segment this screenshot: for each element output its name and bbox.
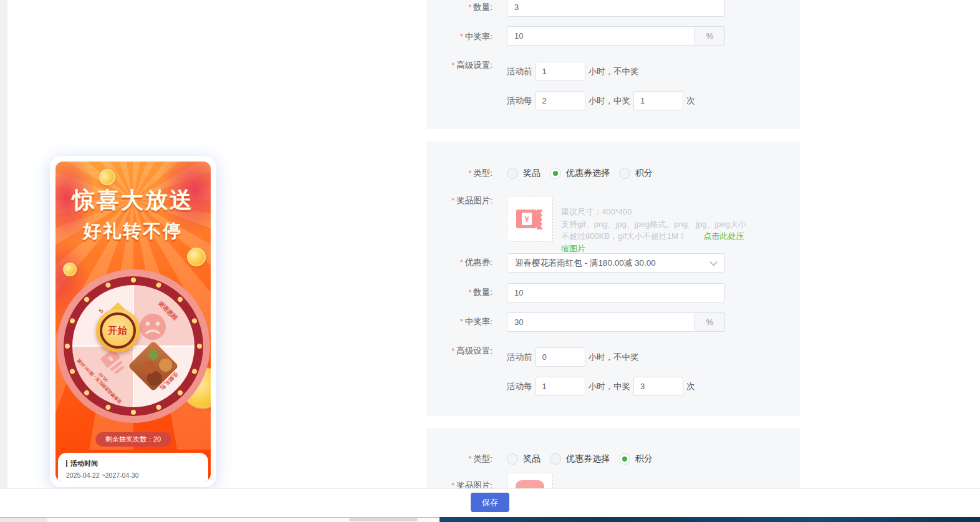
advanced-settings-label: *高级设置:	[426, 346, 492, 356]
prize-section-1: *数量: *中奖率: % *高级设置: 活动前 小时，不中奖 活动每 小时，中奖…	[426, 0, 800, 129]
required-asterisk: *	[452, 347, 455, 355]
quantity-input[interactable]	[507, 283, 725, 302]
type-radio-coupon[interactable]	[550, 168, 561, 179]
bottom-scrollbar-strip	[0, 517, 980, 522]
percent-suffix: %	[694, 312, 725, 332]
prize-image-upload[interactable]: ¥	[507, 196, 553, 242]
scrollbar-corner	[0, 517, 47, 522]
required-asterisk: *	[469, 169, 472, 178]
wheel-light-dot	[131, 278, 136, 283]
type-radio-prize[interactable]	[507, 168, 518, 179]
type-option-label[interactable]: 积分	[635, 168, 653, 179]
horizontal-scrollbar-thumb[interactable]	[349, 518, 418, 521]
win-rate-field: %	[507, 26, 725, 46]
before-suffix-text: 小时，不中奖	[588, 66, 639, 77]
activity-time-value: 2025-04-22 ~2027-04-30	[66, 471, 200, 479]
coupon-select-value: 迎春樱花若雨红包 - 满180.00减 30.00	[515, 258, 656, 269]
advanced-every-row: 活动每 小时，中奖 次	[507, 377, 695, 396]
banner-title-line1: 惊喜大放送	[55, 185, 211, 216]
page-left-gutter	[0, 0, 7, 488]
type-radio-group: 奖品 优惠券选择 积分	[507, 453, 662, 465]
activity-banner: 惊喜大放送 好礼转不停	[55, 162, 211, 481]
activity-time-card: 活动时间 2025-04-22 ~2027-04-30	[58, 453, 208, 481]
every-mid-text: 小时，中奖	[588, 381, 631, 392]
type-label: *类型:	[426, 168, 492, 178]
advanced-before-row: 活动前 小时，不中奖	[507, 62, 639, 81]
type-label: *类型:	[426, 454, 492, 464]
chevron-down-icon	[709, 258, 718, 266]
percent-suffix: %	[694, 26, 725, 46]
prize-image-label: *奖品图片:	[426, 196, 492, 206]
advanced-every-row: 活动每 小时，中奖 次	[507, 91, 695, 110]
type-option-label[interactable]: 奖品	[523, 168, 540, 179]
banner-title-line2: 好礼转不停	[55, 219, 211, 244]
coupon-ticket-icon: ¥	[515, 206, 545, 232]
before-hours-input[interactable]	[536, 347, 585, 367]
required-asterisk: *	[460, 258, 463, 267]
times-suffix-text: 次	[686, 381, 695, 392]
required-asterisk: *	[452, 61, 455, 70]
required-asterisk: *	[469, 455, 472, 463]
advanced-before-row: 活动前 小时，不中奖	[507, 347, 639, 367]
times-suffix-text: 次	[686, 95, 695, 107]
win-times-input[interactable]	[633, 377, 683, 396]
win-times-input[interactable]	[633, 91, 683, 110]
sad-face-icon	[138, 312, 167, 341]
required-asterisk: *	[469, 3, 472, 12]
save-button[interactable]: 保存	[471, 493, 509, 512]
required-asterisk: *	[460, 32, 463, 41]
upload-hint-size: 建议尺寸：400*400	[561, 206, 747, 218]
wheel-light-dot	[131, 410, 136, 415]
quantity-label: *数量:	[426, 288, 492, 297]
type-radio-coupon[interactable]	[550, 453, 561, 465]
every-prefix-text: 活动每	[507, 381, 532, 392]
type-option-label[interactable]: 优惠券选择	[566, 453, 610, 465]
coupon-select[interactable]: 迎春樱花若雨红包 - 满180.00减 30.00	[507, 253, 725, 273]
every-hours-input[interactable]	[536, 91, 585, 110]
win-rate-label: *中奖率:	[426, 317, 492, 327]
save-footer-bar: 保存	[0, 488, 980, 517]
type-radio-points[interactable]	[619, 168, 630, 179]
before-prefix-text: 活动前	[507, 352, 532, 363]
start-button[interactable]: 开始	[96, 309, 140, 352]
type-radio-prize[interactable]	[507, 453, 518, 465]
before-hours-input[interactable]	[536, 62, 585, 81]
type-option-label[interactable]: 优惠券选择	[566, 168, 610, 179]
required-asterisk: *	[460, 317, 463, 326]
prize-section-2: *类型: 奖品 优惠券选择 积分 *奖品图片: ¥ 建议尺寸：400*400 支…	[426, 142, 800, 416]
remaining-draws-badge: 剩余抽奖次数：20	[95, 432, 171, 447]
activity-time-label: 活动时间	[66, 460, 200, 467]
required-asterisk: *	[469, 288, 472, 297]
advanced-settings-label: *高级设置:	[426, 60, 492, 70]
desktop-background-strip	[440, 517, 980, 522]
gold-coin-icon	[187, 248, 206, 266]
every-prefix-text: 活动每	[507, 95, 532, 107]
coupon-label: *优惠券:	[426, 258, 492, 268]
svg-text:¥: ¥	[524, 215, 529, 224]
win-rate-input[interactable]	[507, 26, 694, 46]
activity-phone-preview: 惊喜大放送 好礼转不停	[50, 156, 216, 487]
every-mid-text: 小时，中奖	[588, 95, 631, 107]
every-hours-input[interactable]	[536, 377, 585, 396]
before-prefix-text: 活动前	[507, 66, 532, 77]
wheel-light-dot	[197, 344, 202, 349]
win-rate-label: *中奖率:	[426, 32, 492, 42]
start-button-label: 开始	[108, 325, 128, 337]
upload-hint: 建议尺寸：400*400 支持gif、png、jpg、jpeg格式。png、jp…	[561, 206, 747, 254]
prize-wheel: ♥ ¥ 5 谢谢惠顾 迎春樱花若雨红包 - 满180.00减 30.	[57, 269, 210, 423]
required-asterisk: *	[452, 196, 455, 205]
type-radio-group: 奖品 优惠券选择 积分	[507, 168, 662, 179]
before-suffix-text: 小时，不中奖	[588, 352, 639, 363]
win-rate-field: %	[507, 312, 725, 332]
win-rate-input[interactable]	[507, 312, 694, 332]
quantity-label: *数量:	[426, 2, 492, 12]
type-option-label[interactable]: 奖品	[523, 453, 540, 465]
type-option-label[interactable]: 积分	[635, 453, 653, 465]
type-radio-points[interactable]	[619, 453, 630, 465]
quantity-input[interactable]	[507, 0, 725, 17]
horizontal-scrollbar-track[interactable]	[47, 517, 440, 522]
wheel-light-dot	[65, 344, 70, 349]
